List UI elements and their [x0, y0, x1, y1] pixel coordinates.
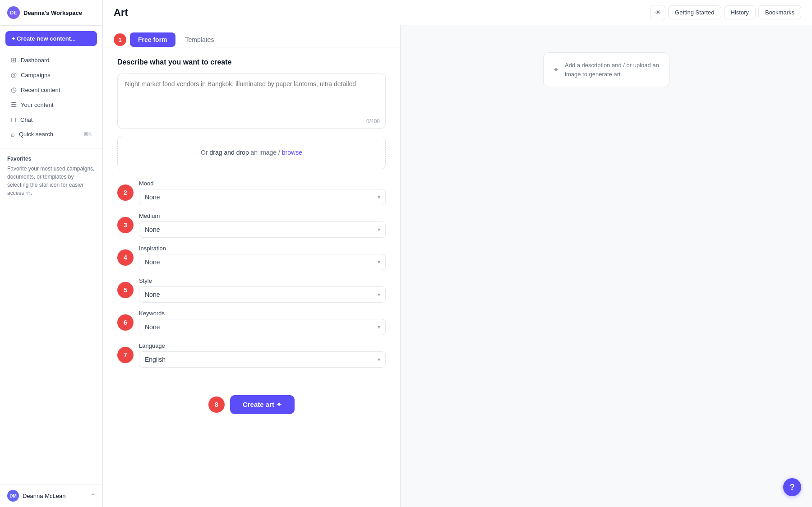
theme-toggle-button[interactable]: ☀: [650, 5, 665, 20]
sidebar-header: DE Deanna's Workspace: [0, 0, 102, 26]
field-group-language: LanguageEnglish: [139, 342, 386, 368]
favorites-section: Favorites Favorite your most used campai…: [0, 152, 102, 201]
chevron-up-icon: ⌃: [90, 493, 95, 499]
chat-icon: ◻: [11, 115, 16, 124]
field-select-medium[interactable]: None: [139, 221, 386, 238]
field-row-style: 5StyleNone: [117, 277, 386, 303]
tabs-bar: 1 Free form Templates: [103, 25, 400, 47]
favorites-title: Favorites: [7, 156, 95, 162]
create-art-step-badge: 8: [208, 396, 225, 413]
nav-divider: [0, 148, 102, 148]
field-row-keywords: 6KeywordsNone: [117, 310, 386, 335]
sidebar-item-chat[interactable]: ◻ Chat: [4, 112, 99, 127]
field-step-mood: 2: [117, 184, 134, 201]
sidebar-item-campaigns[interactable]: ◎ Campaigns: [4, 68, 99, 82]
campaigns-icon: ◎: [11, 71, 17, 79]
sun-icon: ☀: [655, 8, 661, 17]
main-content: Art ☀ Getting Started History Bookmarks …: [103, 0, 812, 507]
top-bar: Art ☀ Getting Started History Bookmarks: [103, 0, 812, 25]
field-group-style: StyleNone: [139, 277, 386, 303]
bookmarks-button[interactable]: Bookmarks: [758, 5, 801, 19]
sidebar-item-quick-search[interactable]: ⌕ Quick search ⌘K: [4, 127, 99, 141]
sidebar-label-campaigns: Campaigns: [21, 72, 51, 78]
sidebar-label-quick-search: Quick search: [19, 131, 53, 138]
dashboard-icon: ⊞: [11, 56, 17, 64]
field-select-inspiration[interactable]: None: [139, 254, 386, 270]
drop-zone-text: Or drag and drop an image / browse: [130, 149, 373, 156]
user-avatar: DM: [7, 490, 19, 502]
field-label-style: Style: [139, 277, 386, 284]
field-row-mood: 2MoodNone: [117, 180, 386, 205]
field-select-language[interactable]: English: [139, 351, 386, 368]
sidebar-item-recent[interactable]: ◷ Recent content: [4, 83, 99, 97]
favorites-description: Favorite your most used campaigns, docum…: [7, 165, 95, 197]
field-step-medium: 3: [117, 217, 134, 233]
field-row-medium: 3MediumNone: [117, 212, 386, 238]
field-row-inspiration: 4InspirationNone: [117, 245, 386, 270]
sidebar-item-dashboard[interactable]: ⊞ Dashboard: [4, 53, 99, 67]
field-group-inspiration: InspirationNone: [139, 245, 386, 270]
search-icon: ⌕: [11, 130, 15, 138]
tab-templates[interactable]: Templates: [177, 32, 222, 47]
form-panel: 1 Free form Templates Describe what you …: [103, 25, 401, 507]
drop-bold: drag and drop: [209, 149, 249, 156]
content-area: 1 Free form Templates Describe what you …: [103, 25, 812, 507]
history-button[interactable]: History: [724, 5, 756, 19]
workspace-avatar: DE: [7, 6, 20, 19]
describe-section-title: Describe what you want to create: [117, 58, 386, 66]
field-step-language: 7: [117, 347, 134, 363]
field-step-inspiration: 4: [117, 249, 134, 266]
sidebar-label-your-content: Your content: [21, 101, 54, 108]
sidebar-label-dashboard: Dashboard: [21, 57, 50, 64]
create-new-button[interactable]: + Create new content...: [5, 31, 97, 46]
main-nav: ⊞ Dashboard ◎ Campaigns ◷ Recent content…: [0, 50, 102, 144]
field-row-language: 7LanguageEnglish: [117, 342, 386, 368]
help-button[interactable]: ?: [783, 478, 801, 496]
drop-mid: an image /: [249, 149, 282, 156]
field-label-language: Language: [139, 342, 386, 349]
char-count: 0/400: [118, 116, 385, 128]
page-title: Art: [114, 7, 128, 18]
sidebar-label-chat: Chat: [20, 116, 32, 123]
description-section: 0/400: [117, 74, 386, 129]
field-group-medium: MediumNone: [139, 212, 386, 238]
preview-panel: ✦ Add a description and / or upload an i…: [401, 25, 812, 507]
drop-prefix: Or: [201, 149, 209, 156]
form-content: Describe what you want to create 0/400 O…: [103, 47, 400, 386]
getting-started-button[interactable]: Getting Started: [668, 5, 721, 19]
field-select-mood[interactable]: None: [139, 189, 386, 205]
field-label-mood: Mood: [139, 180, 386, 187]
user-name: Deanna McLean: [23, 493, 65, 499]
create-art-button[interactable]: Create art ✦: [230, 395, 295, 414]
field-step-style: 5: [117, 282, 134, 298]
field-step-keywords: 6: [117, 314, 134, 331]
field-label-inspiration: Inspiration: [139, 245, 386, 252]
your-content-icon: ☰: [11, 101, 17, 109]
field-group-mood: MoodNone: [139, 180, 386, 205]
top-bar-actions: ☀ Getting Started History Bookmarks: [650, 5, 801, 20]
sidebar-label-recent: Recent content: [21, 87, 60, 93]
browse-link[interactable]: browse: [282, 149, 302, 156]
field-label-medium: Medium: [139, 212, 386, 219]
field-select-style[interactable]: None: [139, 286, 386, 303]
tab-step-badge: 1: [114, 33, 126, 46]
sparkle-icon: ✦: [553, 65, 559, 75]
sidebar-item-your-content[interactable]: ☰ Your content: [4, 97, 99, 112]
fields-container: 2MoodNone3MediumNone4InspirationNone5Sty…: [117, 180, 386, 368]
tab-free-form[interactable]: Free form: [130, 32, 175, 47]
sidebar: DE Deanna's Workspace + Create new conte…: [0, 0, 103, 507]
field-group-keywords: KeywordsNone: [139, 310, 386, 335]
recent-icon: ◷: [11, 86, 17, 94]
preview-hint-text: Add a description and / or upload an ima…: [565, 61, 660, 78]
quick-search-shortcut: ⌘K: [83, 131, 92, 137]
image-drop-zone[interactable]: Or drag and drop an image / browse: [117, 136, 386, 169]
preview-hint-card: ✦ Add a description and / or upload an i…: [543, 52, 669, 87]
user-profile-button[interactable]: DM Deanna McLean ⌃: [0, 484, 102, 507]
workspace-name: Deanna's Workspace: [23, 9, 82, 16]
field-select-keywords[interactable]: None: [139, 319, 386, 335]
create-art-area: 8 Create art ✦: [103, 386, 400, 423]
field-label-keywords: Keywords: [139, 310, 386, 317]
description-textarea[interactable]: [118, 74, 385, 115]
